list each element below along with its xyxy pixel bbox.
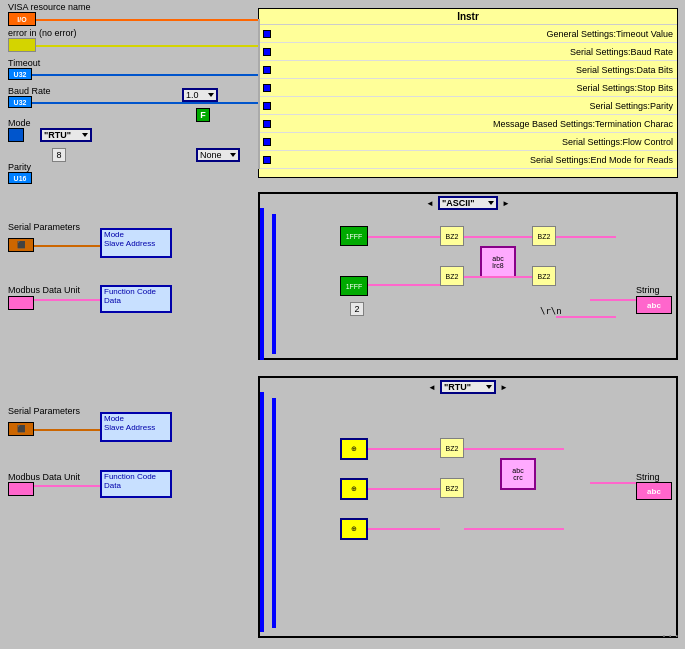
f-box: F	[196, 108, 210, 122]
wire-timeout	[32, 74, 92, 76]
rtu-pink-wire-3	[368, 528, 440, 530]
ascii-dropdown-arrow	[488, 201, 494, 205]
instr-panel: Instr General Settings:Timeout Value Ser…	[258, 8, 678, 178]
wire-error	[36, 45, 260, 47]
instr-dot-parity	[263, 102, 271, 110]
instr-row-timeout: General Settings:Timeout Value	[259, 25, 677, 43]
abc-crc-block: abc crc	[500, 458, 536, 490]
wire-visa	[36, 19, 260, 21]
baud-rate-label: Baud Rate	[8, 86, 51, 96]
rtu-left-bar	[272, 398, 276, 628]
rtu-dropdown-arrow	[82, 133, 88, 137]
data-item-2: Data	[102, 481, 170, 490]
rtu-inner-value: "RTU"	[444, 382, 471, 392]
bz2-block-3: BZ2	[532, 226, 556, 246]
mode-item-2: Mode	[102, 414, 170, 423]
rtu-loop: ◄ "RTU" ► ⊕ ⊕ ⊕ BZ2 BZ2 abc crc	[258, 376, 678, 638]
string-icon-2: abc	[647, 487, 661, 496]
serial-params-terminal-2: ⬛	[8, 422, 34, 436]
one-value: 1.0	[186, 90, 199, 100]
crc-label: crc	[513, 474, 522, 481]
bz2-block-2: BZ2	[440, 266, 464, 286]
instr-dot-endmode	[263, 156, 271, 164]
instr-row-parity: Serial Settings:Parity	[259, 97, 677, 115]
instr-title: Instr	[259, 9, 677, 25]
serial-params-icon-1: ⬛	[17, 241, 26, 249]
none-dropdown[interactable]: None	[196, 148, 240, 162]
rtu-inner-dropdown-arrow	[486, 385, 492, 389]
rtu-dropdown[interactable]: "RTU"	[40, 128, 92, 142]
modbus-terminal-1	[8, 296, 34, 310]
rtu-pink-wire-4	[464, 448, 564, 450]
func-data-cluster-2: Function Code Data	[100, 470, 172, 498]
corner-dots: ···	[662, 627, 681, 645]
lrc8-label: lrc8	[492, 262, 503, 269]
instr-text-flow: Serial Settings:Flow Control	[271, 137, 673, 147]
instr-dot-stopbits	[263, 84, 271, 92]
wire-baud2	[90, 102, 260, 104]
pink-wire-3	[464, 236, 532, 238]
instr-text-endmode: Serial Settings:End Mode for Reads	[271, 155, 673, 165]
func-item-2: Function Code	[102, 472, 170, 481]
ascii-value: "ASCII"	[442, 198, 475, 208]
rtu-left-arrow: ◄	[428, 383, 436, 392]
error-in-terminal	[8, 38, 36, 52]
rtu-header: ◄ "RTU" ►	[260, 378, 676, 396]
ascii-left-bar	[272, 214, 276, 354]
abc-label: abc	[492, 255, 503, 262]
rtu-pink-wire-5	[464, 528, 564, 530]
wire-serial-1	[34, 245, 100, 247]
ascii-dropdown[interactable]: "ASCII"	[438, 196, 498, 210]
visa-terminal: I/O	[8, 12, 36, 26]
instr-row-databits: Serial Settings:Data Bits	[259, 61, 677, 79]
ffff-block-1: 1FFF	[340, 226, 368, 246]
ascii-loop: ◄ "ASCII" ► 1FFF 1FFF BZ2 BZ2 abc lrc8 2…	[258, 192, 678, 360]
rtu-right-arrow: ►	[500, 383, 508, 392]
string-label-1: String	[636, 285, 660, 295]
pink-wire-6	[556, 316, 616, 318]
ascii-right-arrow: ►	[502, 199, 510, 208]
timeout-label: Timeout	[8, 58, 40, 68]
serial-params-icon-2: ⬛	[17, 425, 26, 433]
bz2-block-1: BZ2	[440, 226, 464, 246]
num-8-box: 8	[52, 148, 66, 162]
instr-row-stopbits: Serial Settings:Stop Bits	[259, 79, 677, 97]
instr-row-baud: Serial Settings:Baud Rate	[259, 43, 677, 61]
instr-row-flow: Serial Settings:Flow Control	[259, 133, 677, 151]
instr-text-stopbits: Serial Settings:Stop Bits	[271, 83, 673, 93]
instr-dot-baud	[263, 48, 271, 56]
rtu-func-1: ⊕	[340, 438, 368, 460]
none-dropdown-arrow	[230, 153, 236, 157]
rtu-func-3: ⊕	[340, 518, 368, 540]
output-wire-rtu	[590, 482, 636, 484]
slave-item-2: Slave Address	[102, 423, 170, 432]
pink-wire-1	[368, 236, 440, 238]
rtu-pink-wire-1	[368, 448, 440, 450]
vert-connector	[258, 19, 260, 169]
one-dropdown-arrow	[208, 93, 214, 97]
mode-enum-terminal	[8, 128, 24, 142]
modbus-terminal-2	[8, 482, 34, 496]
instr-text-term: Message Based Settings:Termination Chara…	[271, 119, 673, 129]
ffff-block-2: 1FFF	[340, 276, 368, 296]
wire-serial-2	[34, 429, 100, 431]
pink-wire-5	[556, 236, 616, 238]
one-dropdown[interactable]: 1.0	[182, 88, 218, 102]
num-2-block: 2	[350, 302, 364, 316]
rn-label: \r\n	[540, 306, 562, 316]
rtu-value: "RTU"	[44, 130, 71, 140]
instr-dot-databits	[263, 66, 271, 74]
instr-dot-timeout	[263, 30, 271, 38]
modbus-data-label-1: Modbus Data Unit	[8, 285, 80, 295]
blue-bar-rtu	[260, 392, 264, 632]
instr-text-parity: Serial Settings:Parity	[271, 101, 673, 111]
rtu-inner-dropdown[interactable]: "RTU"	[440, 380, 496, 394]
wire-timeout2	[90, 74, 260, 76]
main-canvas: VISA resource name I/O error in (no erro…	[0, 0, 685, 649]
baud-terminal: U32	[8, 96, 32, 108]
instr-row-term: Message Based Settings:Termination Chara…	[259, 115, 677, 133]
mode-slave-cluster-2: Mode Slave Address	[100, 412, 172, 442]
blue-bar-ascii	[260, 208, 264, 360]
instr-dot-term	[263, 120, 271, 128]
string-terminal-2: abc	[636, 482, 672, 500]
